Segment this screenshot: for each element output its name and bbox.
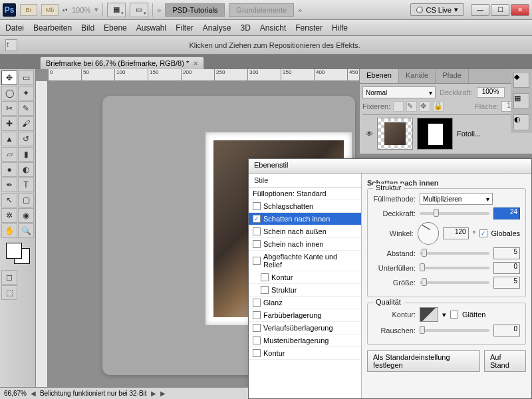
layer-visibility-icon[interactable]: 👁 <box>366 130 373 138</box>
expand-collapse-icon[interactable]: ▴▾ <box>63 8 68 11</box>
layer-mask-thumbnail[interactable] <box>417 118 453 150</box>
global-light-checkbox[interactable] <box>479 229 487 237</box>
camera-tool[interactable]: ◉ <box>18 208 34 223</box>
view-arrange-button[interactable]: ▦ <box>107 3 126 17</box>
layer-row[interactable]: Fotoli... <box>376 116 482 151</box>
size-slider[interactable] <box>420 281 489 284</box>
style-satin[interactable]: Glanz <box>249 297 361 309</box>
antialias-checkbox[interactable] <box>450 311 458 319</box>
noise-slider[interactable] <box>420 329 489 332</box>
path-select-tool[interactable]: ↖ <box>1 193 17 207</box>
opacity-slider[interactable] <box>420 212 489 215</box>
brush-tool[interactable]: 🖌 <box>18 116 34 131</box>
foreground-color-swatch[interactable] <box>6 243 22 259</box>
layer-thumbnail[interactable] <box>377 118 413 150</box>
status-zoom[interactable]: 66,67% <box>4 390 27 397</box>
eyedropper-tool[interactable]: ✎ <box>18 101 34 116</box>
menu-file[interactable]: Datei <box>5 23 24 33</box>
menu-help[interactable]: Hilfe <box>332 23 348 33</box>
type-tool[interactable]: T <box>18 178 34 192</box>
style-bevel[interactable]: Abgeflachte Kante und Relief <box>249 251 361 271</box>
styles-header[interactable]: Stile <box>249 174 361 188</box>
lock-all-icon[interactable]: 🔒 <box>433 101 444 112</box>
minibridge-button[interactable]: Mb <box>41 4 59 16</box>
choke-slider[interactable] <box>420 267 489 269</box>
paths-tab[interactable]: Pfade <box>436 69 469 83</box>
menu-window[interactable]: Fenster <box>295 23 323 33</box>
cs-live-button[interactable]: CS Live ▾ <box>410 3 464 16</box>
make-default-button[interactable]: Als Standardeinstellung festlegen <box>367 350 480 372</box>
style-pattern-overlay[interactable]: Musterüberlagerung <box>249 334 361 347</box>
lock-position-icon[interactable]: ✥ <box>420 101 430 112</box>
angle-input[interactable]: 120 <box>443 227 468 239</box>
style-drop-shadow[interactable]: Schlagschatten <box>249 200 361 213</box>
distance-input[interactable]: 5 <box>493 247 520 259</box>
lasso-tool[interactable]: ◯ <box>1 86 17 100</box>
lock-pixels-icon[interactable]: ✎ <box>406 101 417 112</box>
zoom-level-display[interactable]: 100% <box>72 6 90 14</box>
blend-mode-select[interactable]: Normal▾ <box>362 86 436 98</box>
distance-slider[interactable] <box>420 252 489 255</box>
contour-picker[interactable] <box>420 307 438 322</box>
history-brush-tool[interactable]: ↺ <box>18 132 34 146</box>
stamp-tool[interactable]: ▲ <box>1 132 17 146</box>
styles-panel-icon[interactable]: ▦ <box>513 93 529 109</box>
magic-wand-tool[interactable]: ✦ <box>18 86 34 100</box>
adjustments-panel-icon[interactable]: ◐ <box>513 114 529 130</box>
workspace-overflow-icon[interactable]: » <box>298 6 302 14</box>
dodge-tool[interactable]: ◐ <box>18 162 34 177</box>
close-button[interactable]: ✕ <box>511 4 529 16</box>
workspace-basics-button[interactable]: Grundelemente <box>229 3 294 17</box>
bridge-button[interactable]: Br <box>20 4 37 16</box>
marquee-tool[interactable]: ▭ <box>18 70 34 85</box>
menu-analysis[interactable]: Analyse <box>203 23 231 33</box>
gradient-tool[interactable]: ▮ <box>18 147 34 162</box>
status-menu-icon[interactable]: ▶ <box>160 390 166 397</box>
reset-default-button[interactable]: Auf Stand <box>484 350 526 372</box>
tab-close-icon[interactable]: ✕ <box>193 60 198 67</box>
angle-dial[interactable] <box>418 222 439 245</box>
move-tool[interactable]: ✥ <box>1 70 17 85</box>
layer-name[interactable]: Fotoli... <box>457 130 481 138</box>
size-input[interactable]: 5 <box>493 277 520 289</box>
shape-tool[interactable]: ▢ <box>18 193 34 207</box>
style-outer-glow[interactable]: Schein nach außen <box>249 225 361 238</box>
opacity-input[interactable]: 24 <box>493 207 520 219</box>
toolbar-overflow-icon[interactable]: » <box>157 6 161 14</box>
screen-mode-button[interactable]: ▭ <box>130 3 148 17</box>
lock-transparency-icon[interactable] <box>393 101 404 112</box>
quickmask-tool[interactable]: ◻ <box>1 270 17 285</box>
pen-tool[interactable]: ✒ <box>1 178 17 192</box>
style-gradient-overlay[interactable]: Verlaufsüberlagerung <box>249 322 361 334</box>
status-prev-icon[interactable]: ◀ <box>31 390 36 397</box>
fill-method-select[interactable]: Multiplizieren▾ <box>420 193 493 205</box>
menu-select[interactable]: Auswahl <box>136 23 166 33</box>
minimize-button[interactable]: — <box>471 4 489 16</box>
crop-tool[interactable]: ✂ <box>1 101 17 116</box>
fill-options-item[interactable]: Fülloptionen: Standard <box>249 188 361 200</box>
style-contour[interactable]: Kontur <box>249 271 361 284</box>
hand-tool[interactable]: ✋ <box>1 223 17 238</box>
menu-filter[interactable]: Filter <box>176 23 194 33</box>
screenmode-tool[interactable]: ⬚ <box>1 285 17 300</box>
document-tab[interactable]: Briefmarke bei 66,7% (Briefmarke, RGB/8)… <box>40 57 204 69</box>
menu-3d[interactable]: 3D <box>241 23 251 33</box>
swatches-panel-icon[interactable]: ◆ <box>513 72 529 88</box>
blur-tool[interactable]: ● <box>1 162 17 177</box>
style-stroke[interactable]: Kontur <box>249 347 361 360</box>
layers-tab[interactable]: Ebenen <box>360 69 399 83</box>
maximize-button[interactable]: ☐ <box>491 4 509 16</box>
healing-tool[interactable]: ✚ <box>1 116 17 131</box>
channels-tab[interactable]: Kanäle <box>399 69 436 83</box>
3d-tool[interactable]: ✲ <box>1 208 17 223</box>
style-inner-glow[interactable]: Schein nach innen <box>249 238 361 251</box>
style-inner-shadow[interactable]: Schatten nach innen <box>249 213 361 225</box>
menu-image[interactable]: Bild <box>81 23 94 33</box>
workspace-tutorials-button[interactable]: PSD-Tutorials <box>165 3 225 17</box>
layer-opacity-input[interactable]: 100% <box>477 87 505 98</box>
color-swatches[interactable] <box>5 241 31 265</box>
eraser-tool[interactable]: ▱ <box>1 147 17 162</box>
noise-input[interactable]: 0 <box>493 325 520 336</box>
zoom-dropdown-icon[interactable]: ▾ <box>94 5 98 14</box>
zoom-tool[interactable]: 🔍 <box>18 223 34 238</box>
